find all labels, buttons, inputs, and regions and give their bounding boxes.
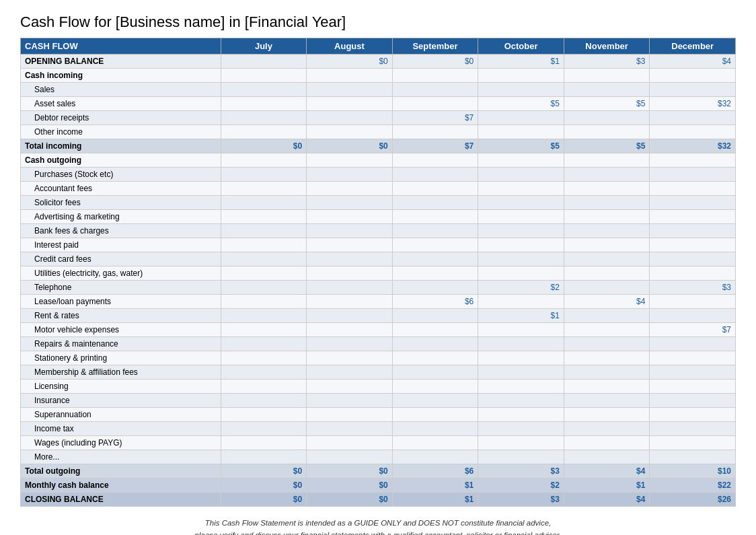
row-value	[564, 69, 650, 83]
row-value	[307, 295, 393, 309]
row-value	[392, 83, 478, 97]
row-value	[221, 55, 307, 69]
row-value	[392, 196, 478, 210]
row-value: $1	[392, 478, 478, 493]
row-value	[478, 323, 564, 337]
row-label: Total outgoing	[21, 464, 221, 478]
row-value	[650, 266, 736, 281]
row-value	[221, 295, 307, 309]
row-value	[307, 436, 393, 450]
row-value	[564, 83, 650, 97]
table-row: Purchases (Stock etc)	[21, 168, 736, 182]
row-value: $2	[478, 478, 564, 493]
row-value	[392, 238, 478, 252]
row-value	[564, 125, 650, 139]
row-label: Licensing	[21, 380, 221, 394]
row-value: $1	[478, 55, 564, 69]
row-label: Purchases (Stock etc)	[21, 168, 221, 182]
row-value: $22	[650, 478, 736, 493]
row-value	[221, 125, 307, 139]
row-value	[650, 380, 736, 394]
row-value	[650, 351, 736, 365]
row-value	[307, 83, 393, 97]
row-value	[307, 69, 393, 83]
row-value: $3	[478, 493, 564, 507]
row-value	[392, 365, 478, 380]
row-value	[221, 210, 307, 224]
row-value	[650, 83, 736, 97]
row-label: Cash incoming	[21, 69, 221, 83]
row-value	[564, 266, 650, 281]
row-value	[478, 238, 564, 252]
row-label: More...	[21, 450, 221, 464]
row-value	[307, 365, 393, 380]
table-row: Other income	[21, 125, 736, 139]
row-value	[478, 408, 564, 422]
table-row: Accountant fees	[21, 182, 736, 196]
row-value	[307, 97, 393, 111]
row-value: $0	[307, 139, 393, 153]
row-value	[392, 281, 478, 295]
row-value	[307, 210, 393, 224]
row-value	[307, 450, 393, 464]
row-value: $6	[392, 464, 478, 478]
row-value	[392, 309, 478, 323]
row-label: Membership & affiliation fees	[21, 365, 221, 380]
row-label: Debtor receipts	[21, 111, 221, 125]
row-value	[307, 337, 393, 351]
row-value	[307, 380, 393, 394]
row-value	[221, 266, 307, 281]
row-value: $4	[564, 295, 650, 309]
row-value: $7	[650, 323, 736, 337]
row-value	[307, 238, 393, 252]
row-value	[392, 97, 478, 111]
row-value	[564, 394, 650, 408]
row-value: $32	[650, 97, 736, 111]
row-value: $3	[478, 464, 564, 478]
row-value	[307, 408, 393, 422]
row-value: $0	[307, 464, 393, 478]
row-value	[221, 97, 307, 111]
row-label: Advertising & marketing	[21, 210, 221, 224]
row-value	[221, 111, 307, 125]
row-value	[564, 224, 650, 238]
row-value: $0	[392, 55, 478, 69]
row-value	[221, 380, 307, 394]
row-value	[478, 111, 564, 125]
row-value	[650, 394, 736, 408]
row-value	[221, 365, 307, 380]
row-value: $0	[221, 139, 307, 153]
row-value	[478, 83, 564, 97]
row-value	[307, 182, 393, 196]
row-value	[650, 408, 736, 422]
row-value	[307, 281, 393, 295]
row-value	[392, 337, 478, 351]
table-row: Utilities (electricity, gas, water)	[21, 266, 736, 281]
row-value: $6	[392, 295, 478, 309]
row-value	[650, 450, 736, 464]
row-label: Sales	[21, 83, 221, 97]
row-value	[564, 337, 650, 351]
row-value: $4	[564, 464, 650, 478]
row-value	[392, 422, 478, 436]
row-value	[650, 238, 736, 252]
header-november: November	[564, 38, 650, 55]
row-value	[650, 422, 736, 436]
row-label: Utilities (electricity, gas, water)	[21, 266, 221, 281]
row-label: Wages (including PAYG)	[21, 436, 221, 450]
row-value: $1	[392, 493, 478, 507]
row-value	[478, 450, 564, 464]
header-august: August	[307, 38, 393, 55]
row-value: $0	[221, 493, 307, 507]
row-value	[307, 422, 393, 436]
row-value	[478, 125, 564, 139]
row-value	[221, 168, 307, 182]
table-row: Debtor receipts$7	[21, 111, 736, 125]
row-value	[392, 408, 478, 422]
row-value	[478, 153, 564, 168]
row-value	[307, 323, 393, 337]
row-value	[392, 210, 478, 224]
row-label: Insurance	[21, 394, 221, 408]
row-value	[307, 153, 393, 168]
row-value	[221, 238, 307, 252]
